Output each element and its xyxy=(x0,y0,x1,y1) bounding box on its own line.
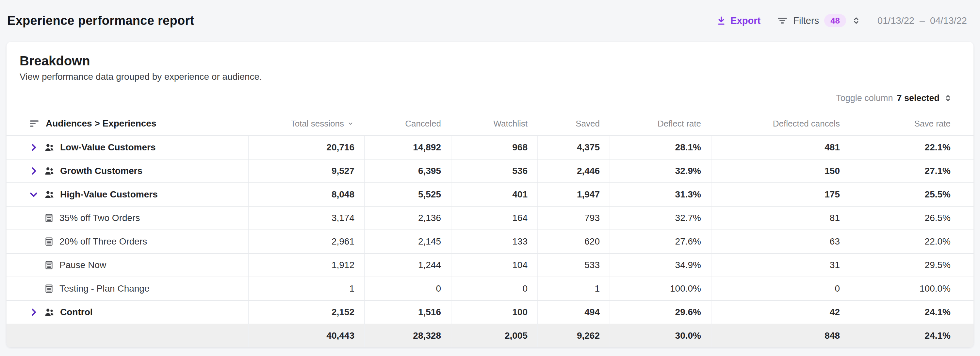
cell-deflect-rate: 34.9% xyxy=(609,254,711,276)
expand-chevron-icon[interactable] xyxy=(29,307,38,317)
row-name-cell: Testing - Plan Change xyxy=(6,277,248,300)
cell-canceled: 1,244 xyxy=(364,254,451,276)
export-label: Export xyxy=(730,15,760,26)
filters-button[interactable]: Filters 48 xyxy=(777,14,861,27)
row-name-cell: Low-Value Customers xyxy=(6,136,248,159)
row-label: Pause Now xyxy=(59,260,106,270)
row-name-cell: Growth Customers xyxy=(6,160,248,182)
column-header-deflected-cancels[interactable]: Deflected cancels xyxy=(711,119,850,129)
toggle-column-select[interactable]: 7 selected xyxy=(897,93,940,103)
table-row[interactable]: High-Value Customers 8,048 5,525 401 1,9… xyxy=(6,182,974,206)
cell-saved: 494 xyxy=(538,301,609,324)
expand-chevron-icon[interactable] xyxy=(29,142,38,152)
cell-deflected-cancels: 0 xyxy=(711,277,850,300)
cell-total-sessions: 8,048 xyxy=(248,183,364,206)
cell-deflected-cancels: 150 xyxy=(711,160,850,182)
card-header: Breakdown View performance data grouped … xyxy=(6,42,974,83)
cell-saved: 4,375 xyxy=(538,136,609,159)
cell-watchlist: 968 xyxy=(451,136,538,159)
chevron-updown-icon[interactable] xyxy=(943,94,953,103)
cell-watchlist: 104 xyxy=(451,254,538,276)
cell-total-sessions: 2,152 xyxy=(248,301,364,324)
toggle-column-row: Toggle column 7 selected xyxy=(6,90,974,106)
row-name-cell: 35% off Two Orders xyxy=(6,207,248,230)
column-header-total-sessions[interactable]: Total sessions xyxy=(248,119,364,129)
row-name-cell: Pause Now xyxy=(6,254,248,276)
cell-deflect-rate: 27.6% xyxy=(609,230,711,253)
card-subtitle: View performance data grouped by experie… xyxy=(20,70,960,83)
row-name-cell: High-Value Customers xyxy=(6,183,248,206)
column-header-save-rate[interactable]: Save rate xyxy=(850,119,974,129)
chevron-spacer xyxy=(29,213,38,223)
cell-canceled: 5,525 xyxy=(364,183,451,206)
cell-watchlist: 100 xyxy=(451,301,538,324)
filters-label: Filters xyxy=(793,15,819,26)
row-label: Low-Value Customers xyxy=(60,142,156,153)
expand-chevron-icon[interactable] xyxy=(29,166,38,176)
cell-save-rate: 29.5% xyxy=(850,254,974,276)
filter-rows-icon[interactable] xyxy=(29,118,40,129)
group-header-cell: Audiences > Experiences xyxy=(6,118,248,129)
collapse-chevron-icon[interactable] xyxy=(29,190,38,200)
cell-saved: 620 xyxy=(538,230,609,253)
table-row[interactable]: Low-Value Customers 20,716 14,892 968 4,… xyxy=(6,135,974,159)
chevron-spacer xyxy=(29,284,38,294)
cell-canceled: 1,516 xyxy=(364,301,451,324)
cell-deflect-rate: 32.7% xyxy=(609,207,711,230)
sort-desc-icon xyxy=(347,120,355,128)
cell-save-rate: 24.1% xyxy=(850,301,974,324)
cell-deflect-rate: 100.0% xyxy=(609,277,711,300)
column-header-watchlist[interactable]: Watchlist xyxy=(451,119,538,129)
column-header-deflect-rate[interactable]: Deflect rate xyxy=(609,119,711,129)
date-range-picker[interactable]: 01/13/22 – 04/13/22 xyxy=(877,15,967,26)
cell-deflect-rate: 32.9% xyxy=(609,160,711,182)
cell-save-rate: 25.5% xyxy=(850,183,974,206)
table-row[interactable]: Testing - Plan Change 1 0 0 1 100.0% 0 1… xyxy=(6,276,974,300)
table-row[interactable]: 20% off Three Orders 2,961 2,145 133 620… xyxy=(6,230,974,253)
top-bar: Experience performance report Export Fil… xyxy=(0,0,980,41)
column-header-canceled[interactable]: Canceled xyxy=(364,119,451,129)
experience-icon xyxy=(44,236,54,247)
total-deflected-cancels: 848 xyxy=(711,324,850,347)
cell-saved: 793 xyxy=(538,207,609,230)
totals-row: 40,443 28,328 2,005 9,262 30.0% 848 24.1… xyxy=(6,324,974,347)
cell-deflect-rate: 28.1% xyxy=(609,136,711,159)
total-save-rate: 24.1% xyxy=(850,324,974,347)
breakdown-card: Breakdown View performance data grouped … xyxy=(6,42,974,347)
row-label: 35% off Two Orders xyxy=(59,213,140,223)
audience-icon xyxy=(44,307,55,318)
date-start: 01/13/22 xyxy=(877,15,914,26)
cell-watchlist: 401 xyxy=(451,183,538,206)
audience-icon xyxy=(44,189,55,200)
total-total-sessions: 40,443 xyxy=(248,324,364,347)
row-label: High-Value Customers xyxy=(60,189,158,200)
date-end: 04/13/22 xyxy=(930,15,967,26)
cell-saved: 1 xyxy=(538,277,609,300)
cell-deflect-rate: 29.6% xyxy=(609,301,711,324)
experience-icon xyxy=(44,260,54,270)
cell-saved: 2,446 xyxy=(538,160,609,182)
audience-icon xyxy=(44,165,55,177)
cell-deflected-cancels: 42 xyxy=(711,301,850,324)
cell-watchlist: 0 xyxy=(451,277,538,300)
chevron-updown-icon xyxy=(851,16,861,26)
table-row[interactable]: Pause Now 1,912 1,244 104 533 34.9% 31 2… xyxy=(6,253,974,276)
cell-deflected-cancels: 31 xyxy=(711,254,850,276)
export-button[interactable]: Export xyxy=(716,15,760,26)
table-row[interactable]: Growth Customers 9,527 6,395 536 2,446 3… xyxy=(6,159,974,182)
cell-total-sessions: 1 xyxy=(248,277,364,300)
experience-icon xyxy=(44,283,54,294)
cell-watchlist: 133 xyxy=(451,230,538,253)
table-row[interactable]: 35% off Two Orders 3,174 2,136 164 793 3… xyxy=(6,206,974,230)
table-row[interactable]: Control 2,152 1,516 100 494 29.6% 42 24.… xyxy=(6,300,974,324)
cell-canceled: 2,145 xyxy=(364,230,451,253)
total-deflect-rate: 30.0% xyxy=(609,324,711,347)
row-name-cell: 20% off Three Orders xyxy=(6,230,248,253)
toggle-column-label: Toggle column xyxy=(836,93,893,103)
card-title: Breakdown xyxy=(20,52,960,70)
row-name-cell: Control xyxy=(6,301,248,324)
column-header-saved[interactable]: Saved xyxy=(538,119,609,129)
cell-watchlist: 536 xyxy=(451,160,538,182)
cell-deflect-rate: 31.3% xyxy=(609,183,711,206)
row-label: 20% off Three Orders xyxy=(59,236,147,247)
